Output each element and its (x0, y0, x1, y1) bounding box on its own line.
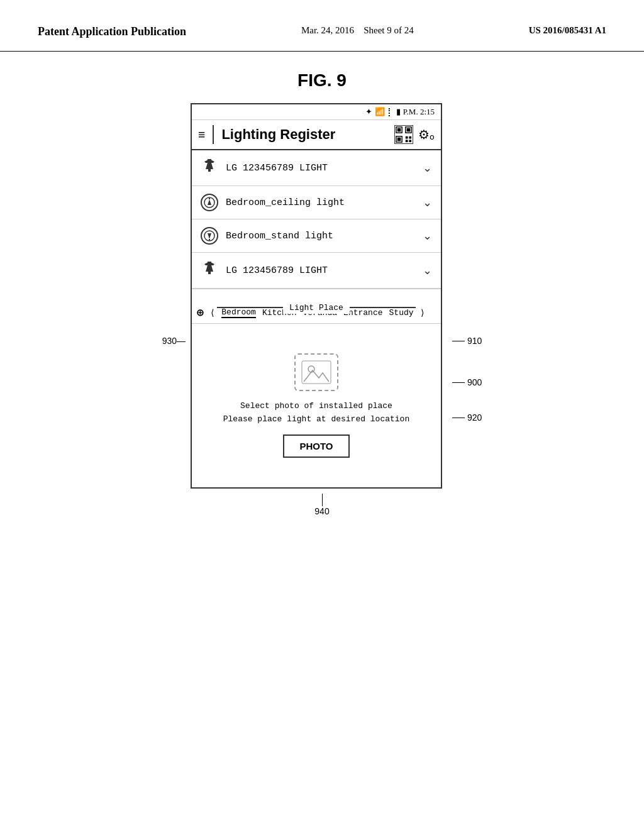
svg-rect-21 (208, 272, 211, 274)
header-right: US 2016/085431 A1 (529, 25, 606, 36)
list-item-4[interactable]: LG 123456789 LIGHT ⌄ (192, 253, 441, 289)
tab-study[interactable]: Study (389, 308, 414, 318)
list-item-1-text: LG 123456789 LIGHT (226, 163, 415, 174)
svg-rect-9 (409, 140, 411, 142)
svg-rect-8 (406, 140, 408, 142)
svg-rect-5 (397, 138, 401, 141)
svg-rect-1 (397, 128, 401, 132)
tab-scroll-left[interactable]: ⟨ (210, 307, 215, 318)
annotation-900: 900 (467, 377, 482, 387)
svg-marker-15 (208, 199, 211, 205)
svg-rect-16 (209, 198, 210, 199)
svg-rect-6 (406, 136, 408, 139)
content-instructions: Select photo of installed place Please p… (223, 400, 409, 426)
svg-rect-3 (407, 128, 411, 132)
list-item-3[interactable]: Bedroom_stand light ⌄ (192, 219, 441, 253)
list-item-1[interactable]: LG 123456789 LIGHT ⌄ (192, 150, 441, 186)
annotation-940: 940 (314, 506, 329, 516)
tab-scroll-right[interactable]: ⟩ (420, 307, 425, 318)
svg-rect-11 (208, 169, 211, 172)
photo-placeholder (294, 353, 338, 391)
chevron-4[interactable]: ⌄ (423, 263, 432, 277)
status-bar: ✦ 📶 ⡇ ▮ P.M. 2:15 (192, 104, 441, 120)
header-center: Mar. 24, 2016 Sheet 9 of 24 (301, 25, 414, 36)
divider (213, 125, 214, 144)
annotation-930: 930— (162, 336, 186, 346)
photo-button[interactable]: PHOTO (283, 434, 349, 458)
annotation-920: 920 (467, 412, 482, 423)
list-item-4-text: LG 123456789 LIGHT (226, 265, 415, 276)
svg-rect-7 (409, 136, 411, 139)
lamp-simple-icon-2 (201, 260, 218, 280)
svg-marker-10 (206, 163, 213, 169)
signal-icon: ⡇ (387, 107, 394, 117)
content-area: Select photo of installed place Please p… (192, 324, 441, 487)
figure-title: FIG. 9 (0, 70, 644, 91)
annotation-940-group: 940 (0, 494, 644, 516)
svg-rect-23 (208, 262, 211, 263)
header-left: Patent Application Publication (38, 25, 186, 38)
phone-mockup: ✦ 📶 ⡇ ▮ P.M. 2:15 ≡ Lighting Register (191, 103, 442, 489)
svg-marker-18 (208, 233, 211, 239)
ceiling-lamp-icon (201, 194, 218, 211)
hamburger-icon[interactable]: ≡ (198, 128, 205, 142)
tab-bedroom[interactable]: Bedroom (221, 307, 256, 318)
time-display: P.M. 2:15 (403, 107, 435, 117)
svg-marker-20 (206, 265, 213, 272)
chevron-2[interactable]: ⌄ (423, 196, 432, 209)
chevron-1[interactable]: ⌄ (423, 161, 432, 175)
settings-icon[interactable]: ⚙ₒ (418, 127, 435, 142)
svg-rect-25 (302, 361, 331, 384)
annotation-910: 910 (467, 336, 482, 346)
lamp-simple-icon-1 (201, 158, 218, 178)
bluetooth-icon: ✦ (365, 107, 372, 117)
add-tab-icon[interactable]: ⊕ (197, 306, 204, 319)
patent-header: Patent Application Publication Mar. 24, … (0, 0, 644, 52)
qr-icon[interactable] (394, 125, 413, 144)
battery-icon: ▮ (396, 107, 401, 117)
phone-container: 930— ✦ 📶 ⡇ ▮ P.M. 2:15 ≡ Lighting Regist… (0, 103, 644, 489)
list-item-2[interactable]: Bedroom_ceiling light ⌄ (192, 186, 441, 219)
svg-rect-19 (209, 239, 210, 240)
chevron-3[interactable]: ⌄ (423, 229, 432, 243)
app-title: Lighting Register (221, 126, 389, 143)
list-item-2-text: Bedroom_ceiling light (226, 197, 415, 208)
photo-placeholder-icon (301, 360, 331, 384)
list-item-3-text: Bedroom_stand light (226, 231, 415, 241)
svg-rect-13 (208, 159, 211, 160)
wifi-icon: 📶 (375, 107, 385, 117)
light-place-section: Light Place ⊕ ⟨ Bedroom Kitchen Veranda … (192, 289, 441, 324)
stand-lamp-icon (201, 227, 218, 245)
app-bar: ≡ Lighting Register ⚙ₒ (192, 120, 441, 150)
light-place-label: Light Place (283, 302, 350, 314)
